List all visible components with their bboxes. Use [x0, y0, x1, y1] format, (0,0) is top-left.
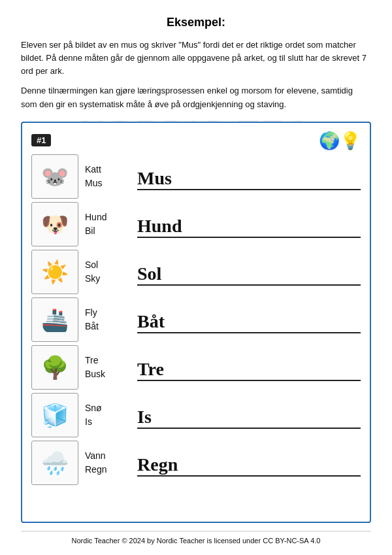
- word-choice-label: Busk: [85, 367, 105, 381]
- globe-lightbulb-icon: 🌍💡: [319, 132, 361, 149]
- answer-line: Hund: [137, 208, 361, 238]
- word-choices: TreBusk: [85, 354, 131, 381]
- footer: Nordic Teacher © 2024 by Nordic Teacher …: [21, 531, 371, 545]
- answer-area: Mus: [137, 160, 361, 193]
- word-choice-label: Is: [85, 415, 92, 429]
- answer-line: Tre: [137, 351, 361, 381]
- answer-text: Hund: [137, 217, 182, 237]
- page-title: Eksempel:: [21, 16, 371, 29]
- word-choice-label: Tre: [85, 354, 98, 367]
- tree-icon: 🌳: [31, 345, 78, 390]
- exercise-row: 🧊SnøIsIs: [31, 393, 361, 437]
- rain-icon: 🌧️: [31, 441, 78, 485]
- answer-line: Båt: [137, 303, 361, 333]
- word-choice-label: Fly: [85, 306, 97, 320]
- ice-icon: 🧊: [31, 393, 78, 437]
- word-choice-label: Sol: [85, 258, 98, 272]
- answer-line: Regn: [137, 446, 361, 477]
- exercise-row: ☀️SolSkySol: [31, 250, 361, 294]
- intro-paragraph-1: Eleven ser på bildet av en mus og skrive…: [21, 39, 371, 78]
- exercise-row: 🚢FlyBåtBåt: [31, 297, 361, 342]
- word-choice-label: Mus: [85, 177, 102, 190]
- answer-area: Hund: [137, 208, 361, 241]
- exercise-row: 🌳TreBuskTre: [31, 345, 361, 390]
- answer-area: Tre: [137, 351, 361, 384]
- word-choices: SolSky: [85, 258, 131, 286]
- ship-icon: 🚢: [31, 297, 78, 342]
- intro-paragraph-2: Denne tilnærmingen kan gjøre læringspros…: [21, 84, 371, 110]
- answer-line: Sol: [137, 256, 361, 286]
- mouse-icon: 🐭: [31, 154, 78, 199]
- answer-area: Båt: [137, 303, 361, 336]
- answer-text: Båt: [137, 312, 165, 332]
- sun-icon: ☀️: [31, 250, 78, 294]
- answer-text: Regn: [137, 456, 178, 475]
- exercise-row: 🌧️VannRegnRegn: [31, 441, 361, 485]
- answer-area: Regn: [137, 446, 361, 479]
- word-choice-label: Sky: [85, 272, 100, 286]
- dog-icon: 🐶: [31, 202, 78, 246]
- word-choices: FlyBåt: [85, 306, 131, 333]
- answer-area: Sol: [137, 256, 361, 288]
- rows-container: 🐭KattMusMus🐶HundBilHund☀️SolSkySol🚢FlyBå…: [31, 154, 361, 485]
- word-choice-label: Regn: [85, 463, 106, 477]
- word-choices: HundBil: [85, 210, 131, 238]
- exercise-row: 🐶HundBilHund: [31, 202, 361, 246]
- word-choices: SnøIs: [85, 401, 131, 429]
- worksheet-header: #1 🌍💡: [31, 132, 361, 149]
- task-number: #1: [31, 134, 51, 146]
- answer-area: Is: [137, 399, 361, 431]
- answer-text: Tre: [137, 360, 164, 380]
- exercise-row: 🐭KattMusMus: [31, 154, 361, 199]
- answer-text: Sol: [137, 265, 161, 284]
- word-choice-label: Katt: [85, 163, 101, 177]
- word-choice-label: Snø: [85, 401, 102, 415]
- page: Eksempel: Eleven ser på bildet av en mus…: [0, 0, 392, 555]
- answer-line: Mus: [137, 160, 361, 190]
- word-choice-label: Hund: [85, 210, 106, 224]
- word-choice-label: Båt: [85, 320, 99, 333]
- answer-line: Is: [137, 399, 361, 429]
- answer-text: Is: [137, 408, 152, 428]
- worksheet-box: #1 🌍💡 🐭KattMusMus🐶HundBilHund☀️SolSkySol…: [21, 122, 371, 523]
- word-choices: VannRegn: [85, 449, 131, 477]
- word-choice-label: Vann: [85, 449, 106, 463]
- word-choice-label: Bil: [85, 224, 95, 238]
- word-choices: KattMus: [85, 163, 131, 190]
- answer-text: Mus: [137, 169, 172, 189]
